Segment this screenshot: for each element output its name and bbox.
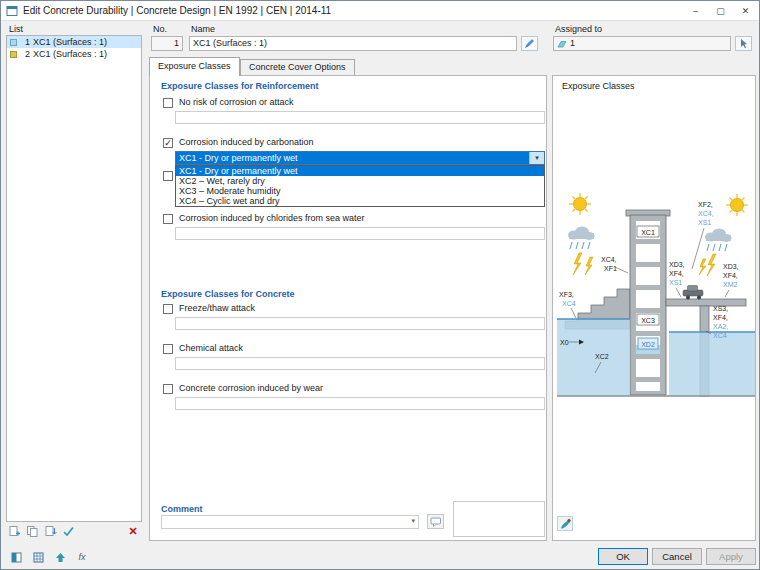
assigned-field: 1 [553, 36, 731, 51]
pencil-icon [524, 38, 535, 49]
diagram-label: XD3, [669, 261, 685, 268]
freeze-thaw-label: Freeze/thaw attack [179, 303, 255, 313]
speech-bubble-icon [430, 516, 442, 528]
diagram-label: XC4, [601, 256, 617, 263]
sun-icon [569, 193, 591, 215]
comment-combo[interactable]: ▾ [161, 515, 419, 529]
diagram-label: XC3 [641, 317, 655, 324]
diagram-label: XF1 [604, 265, 617, 272]
cursor-icon [738, 38, 749, 49]
paintbrush-icon [559, 518, 571, 530]
no-field: 1 [151, 36, 183, 51]
window-title: Edit Concrete Durability | Concrete Desi… [23, 5, 331, 16]
no-risk-label: No risk of corrosion or attack [179, 97, 294, 107]
color-swatch [10, 39, 17, 46]
new-entry-button[interactable] [6, 524, 22, 539]
comment-notes-button[interactable] [427, 514, 444, 529]
minimize-button[interactable]: – [683, 1, 708, 21]
chevron-down-icon[interactable]: ▾ [529, 152, 544, 164]
diagram-label: XD3, [723, 263, 739, 270]
chevron-down-icon[interactable]: ▾ [411, 517, 415, 525]
carbonation-combo-value: XC1 - Dry or permanently wet [176, 152, 529, 164]
list-item-no: 2 [20, 49, 30, 59]
exposure-classes-diagram: XF2, XC4, XS1 XC4, XF1 XD3, XF4, XS1 XD3… [557, 187, 755, 402]
ok-button[interactable]: OK [598, 548, 648, 565]
reinforcement-section-header: Exposure Classes for Reinforcement [161, 81, 319, 91]
arrow-up-button[interactable] [51, 549, 69, 565]
chlorides-checkbox[interactable] [163, 171, 173, 181]
carbonation-label: Corrosion induced by carbonation [179, 137, 314, 147]
default-settings-button[interactable] [7, 549, 25, 565]
sea-water-checkbox[interactable] [163, 214, 173, 224]
rain-cloud-icon [568, 227, 595, 250]
chemical-attack-label: Chemical attack [179, 343, 243, 353]
app-icon [6, 5, 18, 17]
formula-button[interactable]: fx [73, 549, 91, 565]
list-item-no: 1 [20, 37, 30, 47]
maximize-button[interactable]: ▢ [708, 1, 733, 21]
chemical-attack-combo [175, 357, 545, 370]
diagram-label: XS3, [713, 305, 728, 312]
diagram-label: XC4, [698, 210, 714, 217]
dropdown-option[interactable]: XC3 – Moderate humidity [176, 186, 544, 196]
diagram-label: XA2, [713, 323, 728, 330]
concrete-section-header: Exposure Classes for Concrete [161, 289, 295, 299]
assigned-label: Assigned to [555, 24, 602, 34]
no-risk-checkbox[interactable] [163, 98, 173, 108]
apply-button: Apply [706, 548, 756, 565]
diagram-label: XC1 [641, 229, 655, 236]
list-item-label: XC1 (Surfaces : 1) [33, 37, 107, 47]
diagram-label: XF3, [559, 291, 574, 298]
surface-icon [557, 40, 567, 48]
diagram-label: XC2 [595, 353, 609, 360]
rename-button[interactable] [521, 36, 538, 51]
diagram-label: XS1 [669, 279, 682, 286]
sun-icon [726, 194, 748, 216]
durability-list: 1 XC1 (Surfaces : 1) 2 XC1 (Surfaces : 1… [6, 35, 142, 522]
dropdown-option[interactable]: XC1 - Dry or permanently wet [176, 166, 544, 176]
car-icon [683, 286, 703, 300]
diagram-label: XM2 [723, 281, 738, 288]
renumber-button[interactable] [42, 524, 58, 539]
list-item-label: XC1 (Surfaces : 1) [33, 49, 107, 59]
sea-water-label: Corrosion induced by chlorides from sea … [179, 213, 365, 223]
color-swatch [10, 51, 17, 58]
units-settings-button[interactable] [29, 549, 47, 565]
diagram-label: XC4 [562, 300, 576, 307]
carbonation-checkbox[interactable]: ✓ [163, 138, 173, 148]
no-risk-combo [175, 111, 545, 124]
carbonation-dropdown-list: XC1 - Dry or permanently wet XC2 – Wet, … [175, 165, 545, 207]
assigned-value: 1 [570, 38, 575, 48]
cancel-button[interactable]: Cancel [652, 548, 702, 565]
select-check-button[interactable] [60, 524, 76, 539]
dropdown-option[interactable]: XC2 – Wet, rarely dry [176, 176, 544, 186]
comment-label: Comment [161, 504, 203, 514]
wear-combo [175, 397, 545, 410]
side-sub-panel [453, 501, 545, 537]
list-item[interactable]: 2 XC1 (Surfaces : 1) [7, 48, 141, 60]
sea-water-combo [175, 227, 545, 240]
diagram-label: XF4, [713, 314, 728, 321]
list-item[interactable]: 1 XC1 (Surfaces : 1) [7, 36, 141, 48]
close-button[interactable]: ✕ [733, 1, 758, 21]
list-label: List [9, 24, 23, 34]
delete-entry-button[interactable]: ✕ [125, 524, 141, 539]
wear-checkbox[interactable] [163, 384, 173, 394]
diagram-label: XC4 [713, 332, 727, 339]
pick-objects-button[interactable] [735, 36, 752, 51]
freeze-thaw-checkbox[interactable] [163, 304, 173, 314]
tab-concrete-cover-options[interactable]: Concrete Cover Options [240, 59, 355, 75]
name-label: Name [191, 24, 215, 34]
chemical-attack-checkbox[interactable] [163, 344, 173, 354]
display-properties-button[interactable] [557, 516, 573, 531]
carbonation-combo[interactable]: XC1 - Dry or permanently wet ▾ [175, 151, 545, 165]
tab-exposure-classes[interactable]: Exposure Classes [149, 57, 240, 76]
diagram-label: X0 [560, 339, 569, 346]
freeze-thaw-combo [175, 317, 545, 330]
dropdown-option[interactable]: XC4 – Cyclic wet and dry [176, 196, 544, 206]
copy-entry-button[interactable] [24, 524, 40, 539]
name-field[interactable]: XC1 (Surfaces : 1) [189, 36, 517, 51]
rain-cloud-icon [705, 229, 732, 252]
diagram-label: XS1 [698, 219, 711, 226]
no-label: No. [153, 24, 167, 34]
